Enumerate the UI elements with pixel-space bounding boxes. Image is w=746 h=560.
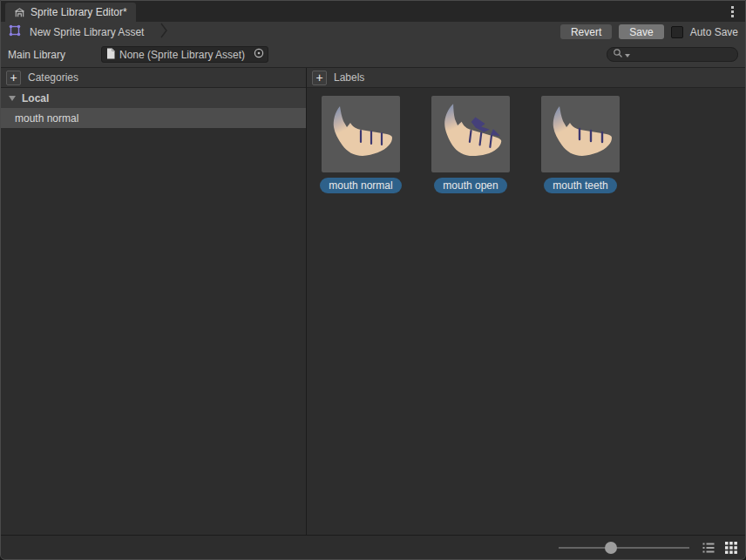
categories-header: + Categories	[1, 68, 306, 88]
label-pill-mouth-teeth[interactable]: mouth teeth	[544, 178, 616, 193]
toolbar-right: Revert Save Auto Save	[560, 24, 740, 39]
revert-button[interactable]: Revert	[560, 24, 612, 39]
auto-save-checkbox[interactable]	[671, 26, 683, 38]
breadcrumb[interactable]: New Sprite Library Asset	[8, 23, 167, 41]
label-pill-mouth-open[interactable]: mouth open	[434, 178, 506, 193]
category-item-label: mouth normal	[15, 112, 78, 125]
labels-header: + Labels	[307, 68, 745, 88]
toolbar: New Sprite Library Asset Revert Save Aut…	[1, 22, 745, 42]
sprite-library-editor-window: Sprite Library Editor* New Sprite Librar…	[0, 0, 746, 560]
category-group-local[interactable]: Local	[1, 88, 306, 108]
auto-save-label: Auto Save	[690, 26, 738, 38]
breadcrumb-chevron-icon	[160, 23, 167, 41]
tab-title: Sprite Library Editor*	[31, 6, 127, 18]
main-library-label: Main Library	[8, 49, 101, 61]
grid-view-icon[interactable]	[724, 541, 738, 555]
main-library-object-field[interactable]: None (Sprite Library Asset)	[101, 46, 268, 63]
object-field-value: None (Sprite Library Asset)	[119, 49, 248, 61]
categories-title: Categories	[28, 71, 78, 84]
label-item-mouth-normal[interactable]: mouth normal	[322, 96, 400, 193]
search-input[interactable]	[632, 49, 732, 61]
add-label-button[interactable]: +	[312, 71, 327, 85]
search-field[interactable]	[607, 47, 738, 62]
window-overflow-menu-icon[interactable]	[727, 3, 738, 20]
category-item-mouth-normal[interactable]: mouth normal	[1, 108, 306, 128]
labels-title: Labels	[334, 71, 364, 84]
slider-thumb[interactable]	[605, 542, 617, 554]
add-category-button[interactable]: +	[6, 71, 21, 85]
tab-bar: Sprite Library Editor*	[1, 1, 745, 22]
category-group-label: Local	[22, 92, 49, 105]
search-icon	[613, 48, 623, 61]
foldout-arrow-icon	[9, 96, 16, 101]
list-view-icon[interactable]	[702, 541, 715, 555]
content-area: + Categories Local mouth normal + Labels	[1, 67, 745, 535]
main-library-row: Main Library None (Sprite Library Asset)	[1, 42, 745, 67]
label-pill-mouth-normal[interactable]: mouth normal	[320, 178, 401, 193]
sprite-thumbnail-mouth-normal[interactable]	[322, 96, 400, 172]
labels-grid: mouth normal	[307, 88, 745, 193]
label-item-mouth-open[interactable]: mouth open	[431, 96, 510, 193]
sprite-thumbnail-mouth-open[interactable]	[431, 96, 510, 172]
sprite-thumbnail-mouth-teeth[interactable]	[541, 96, 620, 172]
search-dropdown-caret-icon[interactable]	[625, 49, 630, 61]
bottom-bar	[1, 535, 745, 559]
label-item-mouth-teeth[interactable]: mouth teeth	[541, 96, 620, 193]
sprite-library-window-icon	[14, 7, 25, 18]
slider-track[interactable]	[559, 547, 689, 549]
save-button[interactable]: Save	[619, 24, 663, 39]
asset-document-icon	[106, 48, 115, 62]
breadcrumb-label: New Sprite Library Asset	[30, 26, 144, 38]
categories-panel: + Categories Local mouth normal	[1, 68, 307, 535]
labels-panel: + Labels	[307, 68, 745, 535]
sprite-library-asset-icon	[8, 24, 22, 40]
tab-sprite-library-editor[interactable]: Sprite Library Editor*	[5, 3, 136, 22]
object-picker-icon[interactable]	[253, 47, 265, 62]
thumbnail-size-slider[interactable]	[559, 542, 689, 554]
